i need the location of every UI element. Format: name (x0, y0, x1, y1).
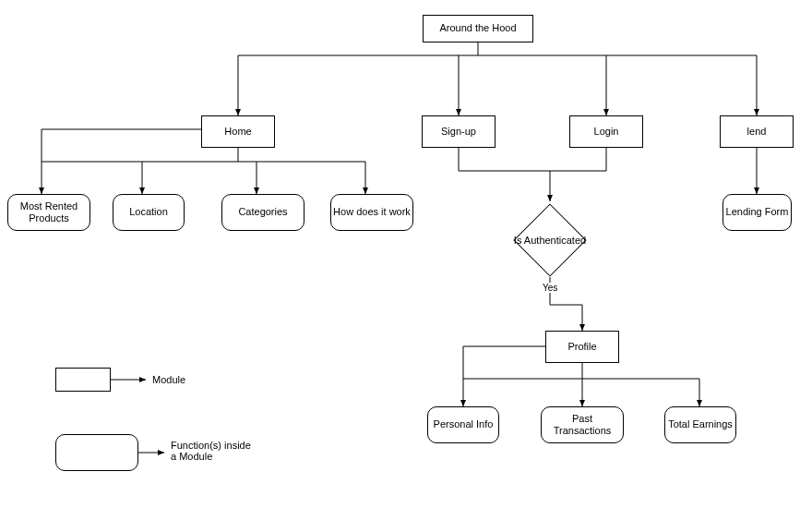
edge-label-yes: Yes (541, 283, 559, 293)
node-login-label: Login (594, 126, 619, 138)
node-personal-info-label: Personal Info (434, 418, 494, 430)
node-most-rented: Most Rented Products (7, 194, 90, 231)
node-is-authenticated: Is Authenticated (513, 203, 586, 276)
node-personal-info: Personal Info (427, 406, 499, 443)
node-how-work-label: How does it work (333, 206, 411, 218)
legend-module-label: Module (152, 374, 185, 385)
node-categories-label: Categories (238, 206, 287, 218)
node-signup: Sign-up (422, 115, 496, 148)
node-lending-form: Lending Form (722, 194, 792, 231)
node-lend-label: lend (747, 126, 767, 138)
node-is-authenticated-label: Is Authenticated (508, 235, 591, 246)
node-past-transactions-label: Past Transactions (543, 413, 621, 437)
node-total-earnings-label: Total Earnings (668, 418, 733, 430)
node-past-transactions: Past Transactions (541, 406, 624, 443)
node-lending-form-label: Lending Form (726, 206, 789, 218)
node-profile-label: Profile (567, 341, 596, 353)
node-location: Location (113, 194, 185, 231)
diagram-canvas: Around the Hood Home Sign-up Login lend … (0, 0, 812, 508)
node-login: Login (569, 115, 643, 148)
node-root-label: Around the Hood (439, 22, 516, 34)
legend-function-label: Function(s) inside a Module (171, 440, 254, 462)
node-location-label: Location (129, 206, 168, 218)
node-home: Home (201, 115, 275, 148)
node-lend: lend (720, 115, 794, 148)
node-how-work: How does it work (330, 194, 413, 231)
legend-function-box (55, 434, 138, 471)
node-total-earnings: Total Earnings (664, 406, 736, 443)
legend-module-box (55, 368, 111, 392)
node-home-label: Home (224, 126, 251, 138)
node-most-rented-label: Most Rented Products (10, 200, 88, 224)
node-categories: Categories (221, 194, 304, 231)
node-profile: Profile (545, 331, 619, 363)
node-root: Around the Hood (423, 15, 533, 42)
node-signup-label: Sign-up (441, 126, 476, 138)
